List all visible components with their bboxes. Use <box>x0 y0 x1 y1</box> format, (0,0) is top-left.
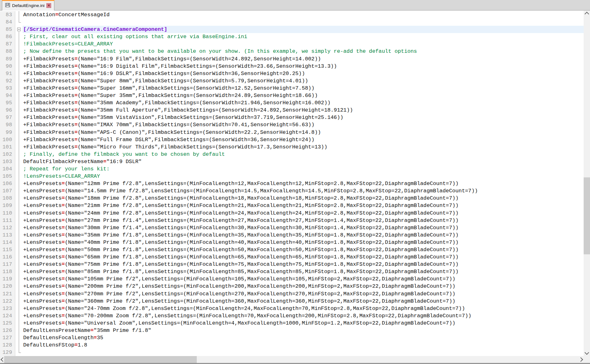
code-line[interactable]: 125+LensPresets=(Name="Universal Zoom",L… <box>0 319 584 327</box>
code-line[interactable]: 100+FilmbackPresets=(Name="Full Frame DS… <box>0 136 584 143</box>
line-text[interactable]: ; Now define the presets that you want t… <box>23 48 584 55</box>
code-line[interactable]: 86; First, clear out all existing option… <box>0 33 584 40</box>
code-line[interactable]: 83Annotation=ConcertMessageId <box>0 11 584 18</box>
line-text[interactable]: +FilmbackPresets=(Name="APS-C (Canon)",F… <box>23 129 584 136</box>
horizontal-scrollbar-thumb[interactable] <box>4 356 197 363</box>
scroll-down-icon[interactable] <box>585 350 589 355</box>
line-text[interactable]: DefaultFilmbackPresetName="16:9 DSLR" <box>23 158 584 165</box>
current-line-text[interactable]: [/Script/CinematicCamera.CineCameraCompo… <box>23 26 584 33</box>
code-line[interactable]: 90+FilmbackPresets=(Name="16:9 Digital F… <box>0 63 584 70</box>
code-line[interactable]: 97+FilmbackPresets=(Name="35mm VistaVisi… <box>0 114 584 121</box>
line-text[interactable]: +LensPresets=(Name="105mm Prime f/2",Len… <box>23 275 584 283</box>
line-text[interactable]: +FilmbackPresets=(Name="16:9 Film",Filmb… <box>23 55 584 63</box>
line-text[interactable]: +LensPresets=(Name="85mm Prime f/1.8",Le… <box>23 268 584 275</box>
line-text[interactable]: +LensPresets=(Name="24-70mm Zoom f/2.8",… <box>23 305 584 312</box>
line-text[interactable]: +FilmbackPresets=(Name="35mm Full Apertu… <box>23 106 584 114</box>
code-line[interactable]: 87!FilmbackPresets=CLEAR_ARRAY <box>0 40 584 48</box>
code-line[interactable]: 113+LensPresets=(Name="35mm Prime f/1.8"… <box>0 231 584 239</box>
code-line[interactable]: 106+LensPresets=(Name="12mm Prime f/2.8"… <box>0 180 584 187</box>
code-line[interactable]: 88; Now define the presets that you want… <box>0 48 584 55</box>
code-line[interactable]: 112+LensPresets=(Name="30mm Prime f/1.4"… <box>0 224 584 231</box>
code-line[interactable]: 101+FilmbackPresets=(Name="Micro Four Th… <box>0 143 584 151</box>
line-text[interactable]: DefaultLensFStop=1.8 <box>23 341 584 349</box>
line-text[interactable]: +FilmbackPresets=(Name="Micro Four Third… <box>23 143 584 151</box>
line-text[interactable]: ; First, clear out all existing options … <box>23 33 584 40</box>
code-line[interactable]: 111+LensPresets=(Name="27mm Prime f/1.4"… <box>0 217 584 224</box>
tab-defaultengine-ini[interactable]: DefaultEngine.ini ✕ <box>2 0 54 10</box>
code-line[interactable]: 120+LensPresets=(Name="200mm Prime f/2",… <box>0 283 584 290</box>
scroll-right-icon[interactable] <box>579 357 583 362</box>
fold-collapse-button[interactable] <box>15 26 23 33</box>
line-text[interactable]: +LensPresets=(Name="14.5mm Prime f/2.8",… <box>23 187 584 195</box>
line-text[interactable]: +FilmbackPresets=(Name="Super 35mm",Film… <box>23 92 584 99</box>
code-line[interactable]: 95+FilmbackPresets=(Name="35mm Academy",… <box>0 99 584 106</box>
line-text[interactable]: +FilmbackPresets=(Name="Super 16mm",Film… <box>23 85 584 92</box>
code-line[interactable]: 122+LensPresets=(Name="360mm Prime f/2",… <box>0 298 584 305</box>
code-line[interactable]: 89+FilmbackPresets=(Name="16:9 Film",Fil… <box>0 55 584 63</box>
line-text[interactable]: +LensPresets=(Name="30mm Prime f/1.4",Le… <box>23 224 584 231</box>
code-line[interactable]: 109+LensPresets=(Name="21mm Prime f/2.8"… <box>0 202 584 209</box>
code-line[interactable]: 85[/Script/CinematicCamera.CineCameraCom… <box>0 26 584 33</box>
line-text[interactable]: +LensPresets=(Name="35mm Prime f/1.8",Le… <box>23 231 584 239</box>
line-text[interactable]: +FilmbackPresets=(Name="Super 8mm",Filmb… <box>23 77 584 85</box>
code-line[interactable]: 96+FilmbackPresets=(Name="35mm Full Aper… <box>0 106 584 114</box>
line-text[interactable]: +FilmbackPresets=(Name="Full Frame DSLR"… <box>23 136 584 143</box>
code-line[interactable]: 103DefaultFilmbackPresetName="16:9 DSLR" <box>0 158 584 165</box>
code-line[interactable]: 92+FilmbackPresets=(Name="Super 8mm",Fil… <box>0 77 584 85</box>
line-text[interactable]: +LensPresets=(Name="Universal Zoom",Lens… <box>23 319 584 327</box>
code-line[interactable]: 99+FilmbackPresets=(Name="APS-C (Canon)"… <box>0 129 584 136</box>
line-text[interactable]: ; Repeat for your lens kit: <box>23 165 584 173</box>
code-line[interactable]: 114+LensPresets=(Name="40mm Prime f/1.8"… <box>0 239 584 246</box>
line-text[interactable]: +LensPresets=(Name="70-200mm Zoom f/2.8"… <box>23 312 584 319</box>
code-line[interactable]: 91+FilmbackPresets=(Name="16:9 DSLR",Fil… <box>0 70 584 77</box>
line-text[interactable]: +FilmbackPresets=(Name="35mm VistaVision… <box>23 114 584 121</box>
code-line[interactable]: 127DefaultLensFocalLength=35 <box>0 334 584 341</box>
line-text[interactable]: +LensPresets=(Name="270mm Prime f/2",Len… <box>23 290 584 298</box>
code-line[interactable]: 128DefaultLensFStop=1.8 <box>0 341 584 349</box>
line-text[interactable]: +FilmbackPresets=(Name="16:9 Digital Fil… <box>23 63 584 70</box>
line-text[interactable]: ; Finally, define the filmback you want … <box>23 151 584 158</box>
code-line[interactable]: 129 <box>0 349 584 356</box>
line-text[interactable]: +FilmbackPresets=(Name="IMAX 70mm",Filmb… <box>23 121 584 128</box>
code-line[interactable]: 104; Repeat for your lens kit: <box>0 165 584 173</box>
line-text[interactable]: +FilmbackPresets=(Name="16:9 DSLR",Filmb… <box>23 70 584 77</box>
line-text[interactable]: +FilmbackPresets=(Name="35mm Academy",Fi… <box>23 99 584 106</box>
code-line[interactable]: 102; Finally, define the filmback you wa… <box>0 151 584 158</box>
line-text[interactable]: +LensPresets=(Name="18mm Prime f/2.8",Le… <box>23 195 584 202</box>
line-text[interactable]: +LensPresets=(Name="360mm Prime f/2",Len… <box>23 298 584 305</box>
code-line[interactable]: 118+LensPresets=(Name="85mm Prime f/1.8"… <box>0 268 584 275</box>
line-text[interactable]: +LensPresets=(Name="40mm Prime f/1.8",Le… <box>23 239 584 246</box>
line-text[interactable]: +LensPresets=(Name="21mm Prime f/2.8",Le… <box>23 202 584 209</box>
line-text[interactable]: +LensPresets=(Name="75mm Prime f/1.8",Le… <box>23 261 584 268</box>
line-text[interactable] <box>23 349 584 356</box>
code-line[interactable]: 117+LensPresets=(Name="75mm Prime f/1.8"… <box>0 261 584 268</box>
line-text[interactable]: +LensPresets=(Name="65mm Prime f/1.8",Le… <box>23 253 584 261</box>
code-line[interactable]: 121+LensPresets=(Name="270mm Prime f/2",… <box>0 290 584 298</box>
code-line[interactable]: 126DefaultLensPresetName="35mm Prime f/1… <box>0 327 584 334</box>
code-line[interactable]: 107+LensPresets=(Name="14.5mm Prime f/2.… <box>0 187 584 195</box>
scroll-up-icon[interactable] <box>585 12 589 16</box>
line-text[interactable] <box>23 18 584 26</box>
line-text[interactable]: !FilmbackPresets=CLEAR_ARRAY <box>23 40 584 48</box>
vertical-scrollbar-thumb[interactable] <box>584 177 590 254</box>
line-text[interactable]: +LensPresets=(Name="200mm Prime f/2",Len… <box>23 283 584 290</box>
line-text[interactable]: +LensPresets=(Name="50mm Prime f/1.8",Le… <box>23 246 584 253</box>
line-text[interactable]: DefaultLensPresetName="35mm Prime f/1.8" <box>23 327 584 334</box>
code-line[interactable]: 84 <box>0 18 584 26</box>
line-text[interactable]: +LensPresets=(Name="24mm Prime f/2.8",Le… <box>23 209 584 217</box>
code-editor[interactable]: 83Annotation=ConcertMessageId8485[/Scrip… <box>0 10 584 356</box>
code-line[interactable]: 115+LensPresets=(Name="50mm Prime f/1.8"… <box>0 246 584 253</box>
line-text[interactable]: Annotation=ConcertMessageId <box>23 11 584 18</box>
code-line[interactable]: 110+LensPresets=(Name="24mm Prime f/2.8"… <box>0 209 584 217</box>
tab-close-icon[interactable]: ✕ <box>46 3 51 8</box>
code-line[interactable]: 116+LensPresets=(Name="65mm Prime f/1.8"… <box>0 253 584 261</box>
horizontal-scrollbar[interactable] <box>0 356 584 363</box>
code-line[interactable]: 108+LensPresets=(Name="18mm Prime f/2.8"… <box>0 195 584 202</box>
code-line[interactable]: 123+LensPresets=(Name="24-70mm Zoom f/2.… <box>0 305 584 312</box>
code-line[interactable]: 94+FilmbackPresets=(Name="Super 35mm",Fi… <box>0 92 584 99</box>
code-line[interactable]: 119+LensPresets=(Name="105mm Prime f/2",… <box>0 275 584 283</box>
vertical-scrollbar[interactable] <box>584 10 590 356</box>
line-text[interactable]: DefaultLensFocalLength=35 <box>23 334 584 341</box>
line-text[interactable]: +LensPresets=(Name="12mm Prime f/2.8",Le… <box>23 180 584 187</box>
code-line[interactable]: 93+FilmbackPresets=(Name="Super 16mm",Fi… <box>0 85 584 92</box>
